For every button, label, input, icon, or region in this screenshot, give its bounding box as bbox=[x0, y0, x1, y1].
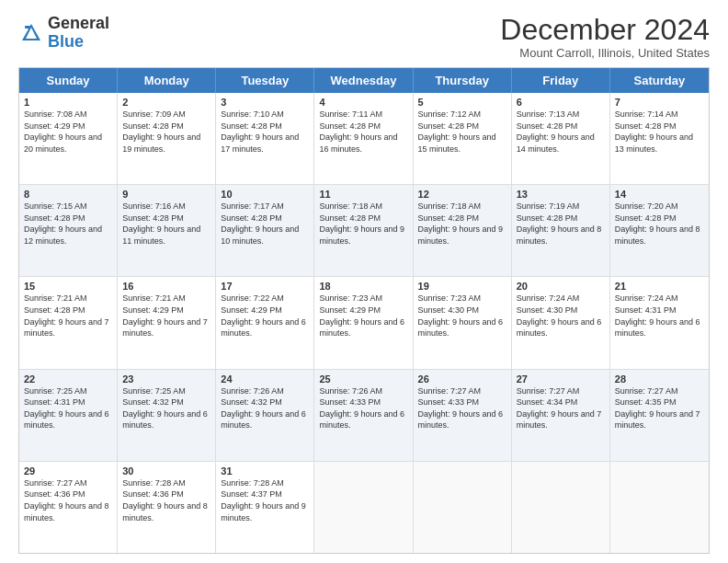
header-day-thursday: Thursday bbox=[414, 68, 512, 93]
day-info: Sunrise: 7:09 AMSunset: 4:28 PMDaylight:… bbox=[122, 109, 210, 155]
day-number: 13 bbox=[517, 189, 605, 200]
logo: General Blue bbox=[18, 15, 109, 52]
day-info: Sunrise: 7:26 AMSunset: 4:33 PMDaylight:… bbox=[319, 385, 407, 431]
week-row-2: 8Sunrise: 7:15 AMSunset: 4:28 PMDaylight… bbox=[19, 185, 709, 277]
day-number: 9 bbox=[122, 189, 210, 200]
day-cell-31: 31Sunrise: 7:28 AMSunset: 4:37 PMDayligh… bbox=[216, 462, 314, 553]
header-day-saturday: Saturday bbox=[610, 68, 709, 93]
day-cell-21: 21Sunrise: 7:24 AMSunset: 4:31 PMDayligh… bbox=[610, 277, 709, 368]
week-row-1: 1Sunrise: 7:08 AMSunset: 4:29 PMDaylight… bbox=[19, 93, 709, 185]
day-info: Sunrise: 7:08 AMSunset: 4:29 PMDaylight:… bbox=[24, 109, 112, 155]
day-number: 4 bbox=[319, 97, 407, 108]
week-row-3: 15Sunrise: 7:21 AMSunset: 4:28 PMDayligh… bbox=[19, 277, 709, 369]
day-number: 23 bbox=[122, 373, 210, 385]
day-info: Sunrise: 7:18 AMSunset: 4:28 PMDaylight:… bbox=[418, 201, 506, 247]
day-number: 3 bbox=[221, 97, 309, 108]
day-cell-5: 5Sunrise: 7:12 AMSunset: 4:28 PMDaylight… bbox=[414, 93, 512, 184]
logo-blue-text: Blue bbox=[48, 32, 84, 51]
day-info: Sunrise: 7:17 AMSunset: 4:28 PMDaylight:… bbox=[221, 201, 309, 247]
header-day-sunday: Sunday bbox=[19, 68, 118, 93]
day-cell-4: 4Sunrise: 7:11 AMSunset: 4:28 PMDaylight… bbox=[314, 93, 413, 184]
day-info: Sunrise: 7:25 AMSunset: 4:32 PMDaylight:… bbox=[122, 385, 210, 431]
day-cell-8: 8Sunrise: 7:15 AMSunset: 4:28 PMDaylight… bbox=[19, 185, 118, 276]
day-info: Sunrise: 7:28 AMSunset: 4:37 PMDaylight:… bbox=[221, 477, 309, 523]
day-cell-3: 3Sunrise: 7:10 AMSunset: 4:28 PMDaylight… bbox=[216, 93, 314, 184]
day-number: 21 bbox=[615, 281, 704, 292]
day-info: Sunrise: 7:21 AMSunset: 4:28 PMDaylight:… bbox=[24, 293, 112, 339]
day-info: Sunrise: 7:22 AMSunset: 4:29 PMDaylight:… bbox=[221, 293, 309, 339]
day-info: Sunrise: 7:25 AMSunset: 4:31 PMDaylight:… bbox=[24, 385, 112, 431]
calendar: SundayMondayTuesdayWednesdayThursdayFrid… bbox=[18, 67, 710, 554]
day-info: Sunrise: 7:13 AMSunset: 4:28 PMDaylight:… bbox=[517, 109, 605, 155]
day-info: Sunrise: 7:18 AMSunset: 4:28 PMDaylight:… bbox=[319, 201, 407, 247]
day-cell-1: 1Sunrise: 7:08 AMSunset: 4:29 PMDaylight… bbox=[19, 93, 118, 184]
day-info: Sunrise: 7:20 AMSunset: 4:28 PMDaylight:… bbox=[615, 201, 704, 247]
day-number: 1 bbox=[24, 97, 112, 108]
day-cell-26: 26Sunrise: 7:27 AMSunset: 4:33 PMDayligh… bbox=[414, 370, 512, 461]
day-info: Sunrise: 7:16 AMSunset: 4:28 PMDaylight:… bbox=[122, 201, 210, 247]
header: General Blue December 2024 Mount Carroll… bbox=[18, 15, 710, 60]
header-day-friday: Friday bbox=[512, 68, 610, 93]
day-number: 2 bbox=[122, 97, 210, 108]
week-row-4: 22Sunrise: 7:25 AMSunset: 4:31 PMDayligh… bbox=[19, 370, 709, 462]
day-info: Sunrise: 7:27 AMSunset: 4:36 PMDaylight:… bbox=[24, 477, 112, 523]
day-number: 8 bbox=[24, 189, 112, 200]
day-info: Sunrise: 7:10 AMSunset: 4:28 PMDaylight:… bbox=[221, 109, 309, 155]
day-number: 11 bbox=[319, 189, 407, 200]
day-cell-25: 25Sunrise: 7:26 AMSunset: 4:33 PMDayligh… bbox=[314, 370, 413, 461]
day-info: Sunrise: 7:14 AMSunset: 4:28 PMDaylight:… bbox=[615, 109, 704, 155]
day-number: 14 bbox=[615, 189, 704, 200]
day-info: Sunrise: 7:24 AMSunset: 4:31 PMDaylight:… bbox=[615, 293, 704, 339]
svg-rect-2 bbox=[25, 26, 30, 29]
day-info: Sunrise: 7:27 AMSunset: 4:33 PMDaylight:… bbox=[418, 385, 506, 431]
day-info: Sunrise: 7:27 AMSunset: 4:34 PMDaylight:… bbox=[517, 385, 605, 431]
title-area: December 2024 Mount Carroll, Illinois, U… bbox=[500, 15, 710, 60]
day-cell-24: 24Sunrise: 7:26 AMSunset: 4:32 PMDayligh… bbox=[216, 370, 314, 461]
day-info: Sunrise: 7:12 AMSunset: 4:28 PMDaylight:… bbox=[418, 109, 506, 155]
day-number: 26 bbox=[418, 373, 506, 385]
day-cell-7: 7Sunrise: 7:14 AMSunset: 4:28 PMDaylight… bbox=[610, 93, 709, 184]
day-number: 12 bbox=[418, 189, 506, 200]
day-info: Sunrise: 7:19 AMSunset: 4:28 PMDaylight:… bbox=[517, 201, 605, 247]
day-number: 5 bbox=[418, 97, 506, 108]
location: Mount Carroll, Illinois, United States bbox=[500, 46, 710, 60]
day-number: 27 bbox=[517, 373, 605, 385]
day-cell-27: 27Sunrise: 7:27 AMSunset: 4:34 PMDayligh… bbox=[512, 370, 610, 461]
day-info: Sunrise: 7:27 AMSunset: 4:35 PMDaylight:… bbox=[615, 385, 704, 431]
day-cell-6: 6Sunrise: 7:13 AMSunset: 4:28 PMDaylight… bbox=[512, 93, 610, 184]
day-number: 20 bbox=[517, 281, 605, 292]
day-cell-17: 17Sunrise: 7:22 AMSunset: 4:29 PMDayligh… bbox=[216, 277, 314, 368]
day-number: 29 bbox=[24, 465, 112, 477]
logo-general-text: General bbox=[48, 14, 109, 32]
day-number: 15 bbox=[24, 281, 112, 292]
day-info: Sunrise: 7:26 AMSunset: 4:32 PMDaylight:… bbox=[221, 385, 309, 431]
day-cell-9: 9Sunrise: 7:16 AMSunset: 4:28 PMDaylight… bbox=[118, 185, 216, 276]
day-cell-29: 29Sunrise: 7:27 AMSunset: 4:36 PMDayligh… bbox=[19, 462, 118, 553]
week-row-5: 29Sunrise: 7:27 AMSunset: 4:36 PMDayligh… bbox=[19, 462, 709, 553]
day-cell-13: 13Sunrise: 7:19 AMSunset: 4:28 PMDayligh… bbox=[512, 185, 610, 276]
header-day-tuesday: Tuesday bbox=[216, 68, 314, 93]
day-info: Sunrise: 7:23 AMSunset: 4:30 PMDaylight:… bbox=[418, 293, 506, 339]
day-cell-22: 22Sunrise: 7:25 AMSunset: 4:31 PMDayligh… bbox=[19, 370, 118, 461]
month-title: December 2024 bbox=[500, 15, 710, 44]
day-info: Sunrise: 7:24 AMSunset: 4:30 PMDaylight:… bbox=[517, 293, 605, 339]
logo-icon bbox=[18, 20, 44, 46]
day-cell-15: 15Sunrise: 7:21 AMSunset: 4:28 PMDayligh… bbox=[19, 277, 118, 368]
day-cell-19: 19Sunrise: 7:23 AMSunset: 4:30 PMDayligh… bbox=[414, 277, 512, 368]
day-cell-11: 11Sunrise: 7:18 AMSunset: 4:28 PMDayligh… bbox=[314, 185, 413, 276]
day-number: 18 bbox=[319, 281, 407, 292]
day-info: Sunrise: 7:15 AMSunset: 4:28 PMDaylight:… bbox=[24, 201, 112, 247]
calendar-body: 1Sunrise: 7:08 AMSunset: 4:29 PMDaylight… bbox=[19, 93, 709, 553]
day-info: Sunrise: 7:21 AMSunset: 4:29 PMDaylight:… bbox=[122, 293, 210, 339]
day-cell-12: 12Sunrise: 7:18 AMSunset: 4:28 PMDayligh… bbox=[414, 185, 512, 276]
header-day-monday: Monday bbox=[118, 68, 216, 93]
day-number: 28 bbox=[615, 373, 704, 385]
empty-cell bbox=[414, 462, 512, 553]
day-info: Sunrise: 7:28 AMSunset: 4:36 PMDaylight:… bbox=[122, 477, 210, 523]
empty-cell bbox=[610, 462, 709, 553]
day-cell-14: 14Sunrise: 7:20 AMSunset: 4:28 PMDayligh… bbox=[610, 185, 709, 276]
day-number: 16 bbox=[122, 281, 210, 292]
day-cell-30: 30Sunrise: 7:28 AMSunset: 4:36 PMDayligh… bbox=[118, 462, 216, 553]
day-number: 10 bbox=[221, 189, 309, 200]
day-cell-16: 16Sunrise: 7:21 AMSunset: 4:29 PMDayligh… bbox=[118, 277, 216, 368]
